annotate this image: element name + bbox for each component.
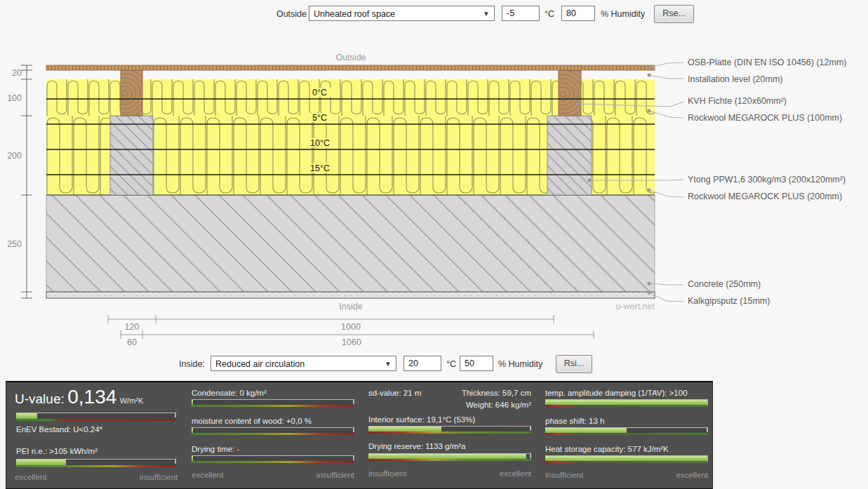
weight-label: Weight: 646 kg/m² <box>466 401 531 409</box>
moisture-label: moisture content of wood: +0,0 % <box>192 417 312 425</box>
phase-shift-label: phase shift: 13 h <box>545 417 604 425</box>
drying-time-label: Drying time: - <box>192 445 239 453</box>
outside-label: Outside <box>276 6 307 22</box>
layer-kalkgipsputz[interactable] <box>46 292 655 298</box>
ruler-200: 200 <box>7 151 22 161</box>
dim-1000: 1000 <box>341 322 361 332</box>
rsi-button[interactable]: Rsi... <box>556 355 592 373</box>
heat-storage-bar <box>545 455 708 463</box>
drying-reserve-label: Drying reserve: 1133 g/m²a <box>368 442 465 450</box>
u-value-unit: W/m²K <box>120 396 144 405</box>
results-col-uvalue: U-value: 0,134 W/m²K EnEV Bestand: U<0.2… <box>15 382 178 488</box>
ytong-block[interactable] <box>547 116 592 195</box>
label-kvh: KVH Fichte (120x60mm²) <box>688 96 787 106</box>
ruler-250: 250 <box>7 239 22 249</box>
layer-concrete[interactable] <box>46 195 655 292</box>
construction-diagram: Outside Inside u-wert.net <box>0 0 868 354</box>
footer-insufficient: insufficient <box>316 471 354 479</box>
dim-60: 60 <box>127 337 137 347</box>
interior-surface-bar <box>368 426 531 434</box>
label-installation: Installation level (20mm) <box>688 74 782 84</box>
footer-excellent: excellent <box>192 471 223 479</box>
inside-humidity-unit: % Humidity <box>498 356 542 373</box>
rse-button[interactable]: Rse... <box>654 5 694 23</box>
results-col-surface: sd-value: 21 m Thickness: 59,7 cm Weight… <box>368 382 531 488</box>
layer-osb[interactable] <box>46 65 655 70</box>
u-value-number: 0,134 <box>67 386 116 408</box>
inside-label: Inside: <box>179 356 205 373</box>
pei-label: PEI n.e.: >105 kWh/m² <box>16 447 98 455</box>
u-value-label: U-value: <box>15 391 65 406</box>
phase-shift-bar <box>545 427 708 435</box>
label-rockwool-100: Rockwool MEGAROCK PLUS (100mm) <box>688 113 842 123</box>
isotherm-5: 5°C <box>312 113 327 123</box>
scale-footer: insufficient excellent <box>368 469 531 478</box>
diagram-outside-label: Outside <box>335 53 366 62</box>
footer-excellent: excellent <box>676 471 708 479</box>
enev-label: EnEV Bestand: U<0.24* <box>16 425 102 434</box>
outside-environment-select[interactable]: Unheated roof space ▼ <box>309 6 495 21</box>
isotherm-15: 15°C <box>310 163 330 173</box>
drying-reserve-bar <box>368 453 531 461</box>
u-value-bar <box>16 413 176 421</box>
inside-temp-unit: °C <box>446 356 456 373</box>
outside-humidity-unit: % Humidity <box>601 6 645 22</box>
inside-humidity-input[interactable] <box>460 356 493 371</box>
results-col-thermal: temp. amplitude damping (1/TAV): >100 ph… <box>545 382 708 488</box>
pei-bar <box>16 459 176 467</box>
outside-humidity-input[interactable] <box>561 6 595 21</box>
ruler-20: 20 <box>12 68 22 78</box>
isotherm-0: 0°C <box>312 88 327 98</box>
thickness-label: Thickness: 59,7 cm <box>462 389 531 397</box>
sd-value-label: sd-value: 21 m <box>368 389 421 397</box>
scale-footer: excellent insufficient <box>15 473 178 481</box>
footer-insufficient: insufficient <box>545 471 583 479</box>
ruler-100: 100 <box>7 93 22 103</box>
diagram-inside-label: Inside <box>339 302 362 312</box>
results-col-moisture: Condensate: 0 kg/m² moisture content of … <box>192 382 354 488</box>
scale-footer: excellent insufficient <box>192 471 354 479</box>
dim-120: 120 <box>125 322 140 332</box>
dim-1060: 1060 <box>342 337 361 347</box>
label-osb: OSB-Platte (DIN EN ISO 10456) (12mm) <box>688 58 846 67</box>
label-concrete: Concrete (250mm) <box>688 279 761 289</box>
label-rockwool-200: Rockwool MEGAROCK PLUS (200mm) <box>688 192 842 201</box>
ruler-labels: 20 100 200 250 <box>7 68 22 249</box>
thickness-ruler <box>21 65 32 298</box>
tav-label: temp. amplitude damping (1/TAV): >100 <box>545 389 688 397</box>
condensate-label: Condensate: 0 kg/m² <box>192 389 267 397</box>
outside-temperature-input[interactable] <box>502 6 540 21</box>
tav-bar <box>545 399 708 407</box>
chevron-down-icon: ▼ <box>385 356 392 372</box>
u-value-title: U-value: 0,134 W/m²K <box>15 386 143 408</box>
layer-labels: OSB-Platte (DIN EN ISO 10456) (12mm) Ins… <box>688 58 846 306</box>
u-value-calculator-page: Outside Inside u-wert.net <box>0 0 868 489</box>
moisture-bar <box>192 427 354 435</box>
outside-select-value: Unheated roof space <box>314 9 395 19</box>
outside-temp-unit: °C <box>545 6 554 22</box>
heat-storage-label: Heat storage capacity: 577 kJ/m²K <box>545 445 669 453</box>
isotherm-10: 10°C <box>310 138 330 148</box>
label-kalkgipsputz: Kalkgipsputz (15mm) <box>688 296 770 306</box>
watermark: u-wert.net <box>615 302 655 312</box>
scale-footer: insufficient excellent <box>545 471 708 479</box>
footer-insufficient: insufficient <box>368 469 406 478</box>
label-ytong: Ytong PPW1,6 300kg/m3 (200x120mm²) <box>688 175 846 185</box>
footer-excellent: excellent <box>15 473 46 481</box>
layer-stack <box>46 61 655 298</box>
footer-excellent: excellent <box>500 469 531 478</box>
condensate-bar <box>192 399 354 407</box>
inside-environment-select[interactable]: Reduced air circulation ▼ <box>211 356 396 371</box>
ytong-block[interactable] <box>110 116 153 195</box>
interior-surface-label: Interior surface: 19,1°C (53%) <box>368 415 475 424</box>
inside-select-value: Reduced air circulation <box>215 359 305 369</box>
drying-time-bar <box>192 455 354 463</box>
results-panel: U-value: 0,134 W/m²K EnEV Bestand: U<0.2… <box>6 381 713 489</box>
chevron-down-icon: ▼ <box>483 6 490 22</box>
footer-insufficient: insufficient <box>140 473 178 481</box>
inside-temperature-input[interactable] <box>403 356 441 371</box>
